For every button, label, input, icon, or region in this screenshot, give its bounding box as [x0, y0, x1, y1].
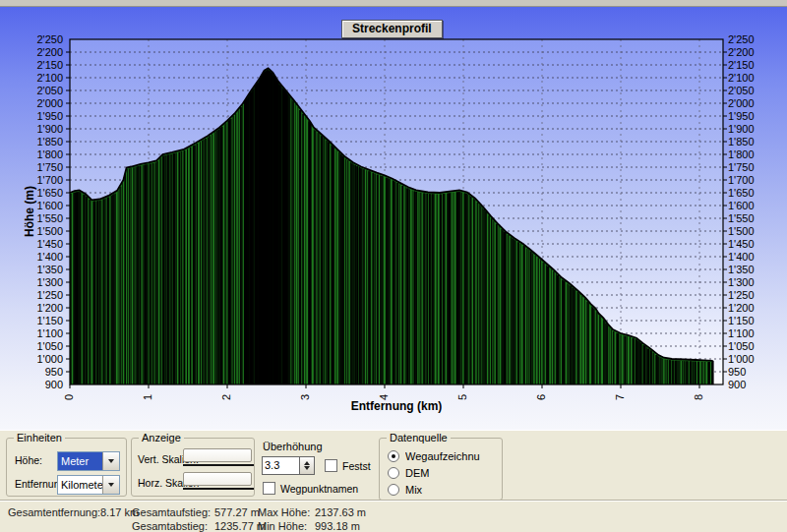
- slider-track: [183, 464, 254, 466]
- festst-checkbox-row[interactable]: Festst: [325, 459, 371, 472]
- hoehe-unit-dropdown-button[interactable]: [102, 452, 119, 470]
- entfernung-unit-value: Kilometer: [58, 476, 102, 494]
- hoehe-unit-value: Meter: [58, 452, 102, 470]
- gesamtaufstieg-label: Gesamtaufstieg:: [132, 505, 214, 519]
- y-tick-label-left: 1'800: [22, 148, 63, 160]
- status-max-min: Max Höhe: 2137.63 m Min Höhe: 993.18 m: [258, 505, 366, 532]
- chart-title: Streckenprofil: [341, 20, 443, 38]
- radio-wegaufzeichnung[interactable]: Wegaufzeichnu: [388, 450, 480, 462]
- x-tick-label: 5: [456, 389, 470, 405]
- y-tick-label-left: 2'150: [22, 59, 63, 71]
- y-tick-label-right: 1'500: [728, 225, 769, 237]
- x-tick-label: 1: [142, 389, 155, 405]
- y-tick-label-right: 1'300: [728, 276, 769, 288]
- y-tick-label-right: 1'450: [728, 238, 769, 250]
- elevation-chart-region: Streckenprofil Höhe (m) Entfernung (km) …: [0, 7, 787, 430]
- max-hoehe-value: 2137.63 m: [315, 505, 366, 519]
- status-bar: Gesamtentfernung: 8.17 km Gesamtaufstieg…: [0, 500, 787, 532]
- radio-dem-label: DEM: [405, 467, 429, 479]
- group-anzeige-label: Anzeige: [139, 432, 184, 443]
- horz-skalierung-slider[interactable]: [183, 472, 252, 490]
- x-tick-label: 0: [63, 389, 77, 405]
- y-tick-label-right: 1'900: [728, 123, 769, 135]
- radio-mix-label: Mix: [405, 484, 422, 496]
- gesamtaufstieg-value: 577.27 m: [214, 505, 260, 519]
- max-hoehe-label: Max Höhe:: [258, 505, 315, 519]
- y-tick-label-right: 1'200: [728, 302, 769, 314]
- x-tick-label: 2: [220, 389, 234, 405]
- window-top-edge: [0, 0, 787, 7]
- radio-dem[interactable]: DEM: [388, 467, 429, 479]
- group-einheiten-label: Einheiten: [14, 432, 65, 443]
- status-auf-abstieg: Gesamtaufstieg: 577.27 m Gesamtabstieg: …: [132, 505, 266, 532]
- app-window: Streckenprofil Höhe (m) Entfernung (km) …: [0, 0, 787, 532]
- wegpunktnamen-checkbox-row[interactable]: Wegpunktnamen: [263, 482, 358, 495]
- chevron-down-icon: [108, 483, 114, 487]
- y-tick-label-left: 1'050: [22, 340, 63, 352]
- group-datenquelle-label: Datenquelle: [387, 432, 451, 443]
- spinner-buttons[interactable]: [299, 457, 314, 474]
- y-tick-label-left: 900: [22, 379, 63, 390]
- radio-button[interactable]: [388, 467, 399, 479]
- y-tick-label-right: 1'650: [728, 187, 769, 199]
- y-tick-label-right: 2'250: [728, 33, 769, 45]
- y-tick-label-left: 1'150: [22, 315, 63, 326]
- group-datenquelle: Datenquelle Wegaufzeichnu DEM Mix: [379, 438, 503, 501]
- y-tick-label-right: 2'100: [728, 72, 769, 84]
- y-tick-label-right: 1'100: [728, 327, 769, 339]
- y-tick-label-left: 1'900: [22, 123, 63, 135]
- status-gesamtentfernung: Gesamtentfernung: 8.17 km: [8, 505, 139, 519]
- entfernung-unit-combobox[interactable]: Kilometer: [57, 475, 120, 495]
- vert-skalierung-slider[interactable]: [183, 448, 252, 466]
- y-tick-label-left: 1'400: [22, 251, 63, 263]
- x-tick-label: 4: [378, 389, 392, 405]
- y-tick-label-right: 1'550: [728, 212, 769, 224]
- radio-button[interactable]: [388, 450, 399, 462]
- gesamtentfernung-label: Gesamtentfernung:: [8, 505, 100, 519]
- slider-thumb[interactable]: [183, 472, 252, 486]
- y-tick-label-left: 2'050: [22, 85, 63, 96]
- wegpunktnamen-checkbox[interactable]: [263, 482, 275, 495]
- y-tick-label-left: 1'100: [22, 327, 63, 339]
- x-tick-label: 8: [693, 389, 706, 405]
- slider-thumb[interactable]: [183, 448, 252, 462]
- plot-area[interactable]: [70, 39, 723, 384]
- y-tick-label-left: 2'000: [22, 97, 63, 109]
- y-tick-label-right: 2'000: [728, 97, 769, 109]
- y-tick-label-right: 2'200: [728, 46, 769, 58]
- min-hoehe-label: Min Höhe:: [258, 519, 315, 532]
- radio-mix[interactable]: Mix: [388, 484, 422, 496]
- radio-button[interactable]: [388, 484, 399, 496]
- x-axis-title: Entfernung (km): [328, 399, 465, 413]
- group-einheiten: Einheiten Höhe: Meter Entfernung: Kilome…: [6, 438, 127, 497]
- y-tick-label-left: 1'250: [22, 289, 63, 301]
- y-tick-label-left: 1'550: [22, 212, 63, 224]
- y-tick-label-left: 1'300: [22, 276, 63, 288]
- group-anzeige: Anzeige Vert. Skalien. Horz. Skalien: [131, 438, 255, 497]
- y-tick-label-right: 1'850: [728, 136, 769, 148]
- y-tick-label-right: 1'000: [728, 353, 769, 365]
- y-tick-label-right: 1'250: [728, 289, 769, 301]
- y-tick-label-right: 1'950: [728, 110, 769, 122]
- y-tick-label-right: 2'150: [728, 59, 769, 71]
- entfernung-unit-dropdown-button[interactable]: [102, 476, 119, 494]
- x-tick-label: 3: [299, 389, 313, 405]
- y-tick-label-left: 1'500: [22, 225, 63, 237]
- y-tick-label-left: 1'350: [22, 264, 63, 275]
- y-tick-label-right: 1'400: [728, 251, 769, 263]
- hoehe-unit-combobox[interactable]: Meter: [57, 451, 120, 471]
- ueberhoehung-spinner[interactable]: 3.3: [262, 456, 315, 475]
- chevron-down-icon: [108, 459, 114, 463]
- y-tick-label-right: 900: [728, 379, 769, 390]
- festst-checkbox[interactable]: [325, 459, 337, 472]
- y-tick-label-left: 950: [22, 366, 63, 378]
- y-tick-label-right: 2'050: [728, 85, 769, 96]
- y-tick-label-left: 1'200: [22, 302, 63, 314]
- spin-up-icon: [304, 461, 310, 465]
- y-tick-label-left: 1'000: [22, 353, 63, 365]
- control-panel: Einheiten Höhe: Meter Entfernung: Kilome…: [0, 430, 787, 501]
- y-tick-label-right: 1'350: [728, 264, 769, 275]
- y-tick-label-right: 1'600: [728, 200, 769, 211]
- ueberhoehung-value[interactable]: 3.3: [263, 457, 299, 474]
- y-tick-label-right: 1'050: [728, 340, 769, 352]
